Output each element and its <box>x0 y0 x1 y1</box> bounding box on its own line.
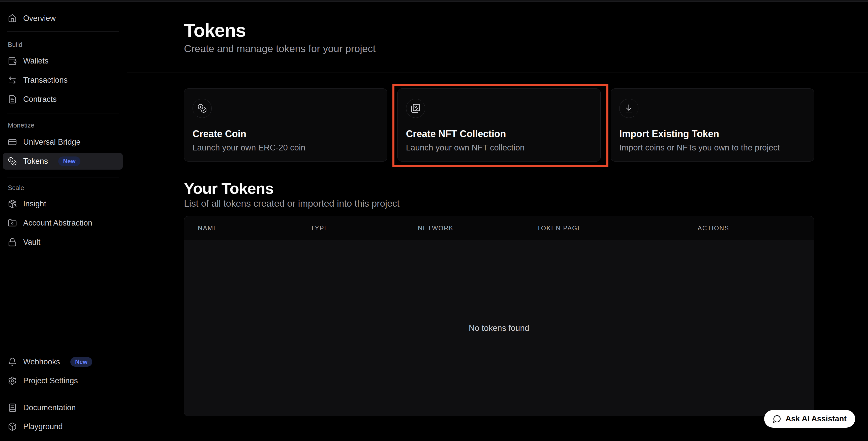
file-text-icon <box>8 95 17 104</box>
header-divider <box>127 72 868 73</box>
new-badge: New <box>70 357 92 367</box>
column-header-token-page: TOKEN PAGE <box>537 216 582 240</box>
card-subtitle: Launch your own NFT collection <box>406 143 591 153</box>
sidebar: Overview Build Wallets Transactions Cont… <box>0 0 127 441</box>
sidebar-item-label: Account Abstraction <box>23 219 92 227</box>
coins-icon <box>192 99 212 118</box>
package-search-icon <box>8 199 17 209</box>
card-title: Create Coin <box>192 128 378 139</box>
sidebar-item-label: Contracts <box>23 95 57 104</box>
empty-state-text: No tokens found <box>469 323 529 333</box>
sidebar-divider <box>7 177 119 178</box>
sidebar-item-tokens[interactable]: Tokens New <box>3 153 123 169</box>
card-slot: Import Existing Token Import coins or NF… <box>611 89 814 161</box>
home-icon <box>8 14 17 23</box>
action-cards: Create Coin Launch your own ERC-20 coin … <box>184 89 814 161</box>
main-content: Tokens Create and manage tokens for your… <box>127 0 868 441</box>
ask-ai-assistant-label: Ask AI Assistant <box>785 414 846 423</box>
card-subtitle: Launch your own ERC-20 coin <box>192 143 378 153</box>
chat-bubble-icon <box>773 414 781 423</box>
sidebar-divider <box>7 113 119 114</box>
window-top-strip <box>0 0 868 2</box>
card-subtitle: Import coins or NFTs you own to the proj… <box>619 143 805 153</box>
your-tokens-header: Your Tokens List of all tokens created o… <box>184 180 400 209</box>
ask-ai-assistant-button[interactable]: Ask AI Assistant <box>764 410 855 428</box>
create-coin-card[interactable]: Create Coin Launch your own ERC-20 coin <box>184 89 388 161</box>
tokens-table-body: No tokens found <box>184 240 814 416</box>
column-header-actions: ACTIONS <box>698 216 729 240</box>
gear-icon <box>8 376 17 385</box>
page-header: Tokens Create and manage tokens for your… <box>184 21 375 55</box>
sidebar-item-documentation[interactable]: Documentation <box>3 400 123 416</box>
coins-icon <box>8 157 17 166</box>
card-title: Create NFT Collection <box>406 128 591 139</box>
tokens-table: NAME TYPE NETWORK TOKEN PAGE ACTIONS No … <box>184 216 814 416</box>
sidebar-item-vault[interactable]: Vault <box>3 234 123 251</box>
page-subtitle: Create and manage tokens for your projec… <box>184 43 375 55</box>
your-tokens-subtitle: List of all tokens created or imported i… <box>184 198 400 209</box>
column-header-network: NETWORK <box>418 216 454 240</box>
sidebar-item-label: Insight <box>23 199 46 209</box>
card-slot: Create Coin Launch your own ERC-20 coin <box>184 89 388 161</box>
column-header-type: TYPE <box>310 216 329 240</box>
folder-dot-icon <box>8 219 17 227</box>
your-tokens-title: Your Tokens <box>184 180 400 197</box>
sidebar-item-label: Documentation <box>23 403 76 412</box>
sidebar-item-label: Webhooks <box>23 357 60 367</box>
sidebar-item-universal-bridge[interactable]: Universal Bridge <box>3 134 123 151</box>
cube-icon <box>8 422 17 431</box>
sidebar-item-project-settings[interactable]: Project Settings <box>3 373 123 389</box>
sidebar-item-label: Tokens <box>23 157 48 166</box>
tokens-table-header: NAME TYPE NETWORK TOKEN PAGE ACTIONS <box>184 216 814 240</box>
arrows-left-right-icon <box>8 75 17 85</box>
sidebar-item-playground[interactable]: Playground <box>3 418 123 435</box>
wallet-icon <box>8 57 17 65</box>
import-existing-token-card[interactable]: Import Existing Token Import coins or NF… <box>611 89 814 161</box>
sidebar-item-wallets[interactable]: Wallets <box>3 53 123 69</box>
sidebar-spacer <box>3 251 123 353</box>
book-icon <box>8 403 17 412</box>
sidebar-item-webhooks[interactable]: Webhooks New <box>3 353 123 370</box>
page-title: Tokens <box>184 21 375 40</box>
sidebar-item-overview[interactable]: Overview <box>3 10 123 27</box>
sidebar-section-build: Build <box>8 40 123 49</box>
card-slot: Create NFT Collection Launch your own NF… <box>398 89 601 161</box>
app-root: Overview Build Wallets Transactions Cont… <box>0 0 868 441</box>
sidebar-divider <box>7 394 119 394</box>
sidebar-item-insight[interactable]: Insight <box>3 195 123 212</box>
sidebar-item-label: Universal Bridge <box>23 137 81 147</box>
sidebar-item-transactions[interactable]: Transactions <box>3 72 123 89</box>
sidebar-item-label: Transactions <box>23 75 67 85</box>
card-title: Import Existing Token <box>619 128 805 139</box>
sidebar-item-account-abstraction[interactable]: Account Abstraction <box>3 215 123 231</box>
create-nft-collection-card[interactable]: Create NFT Collection Launch your own NF… <box>398 89 601 161</box>
sidebar-item-label: Project Settings <box>23 376 78 385</box>
sidebar-item-label: Overview <box>23 14 56 23</box>
credit-card-icon <box>8 137 17 147</box>
bell-icon <box>8 357 17 367</box>
new-badge: New <box>58 157 80 166</box>
sidebar-section-monetize: Monetize <box>8 121 123 129</box>
column-header-name: NAME <box>198 216 218 240</box>
lock-icon <box>8 238 17 247</box>
download-icon <box>619 99 639 118</box>
sidebar-item-label: Playground <box>23 422 63 431</box>
sidebar-item-contracts[interactable]: Contracts <box>3 91 123 107</box>
sidebar-item-label: Wallets <box>23 57 49 65</box>
sidebar-section-scale: Scale <box>8 184 123 192</box>
sidebar-item-label: Vault <box>23 238 40 247</box>
images-icon <box>406 99 425 118</box>
